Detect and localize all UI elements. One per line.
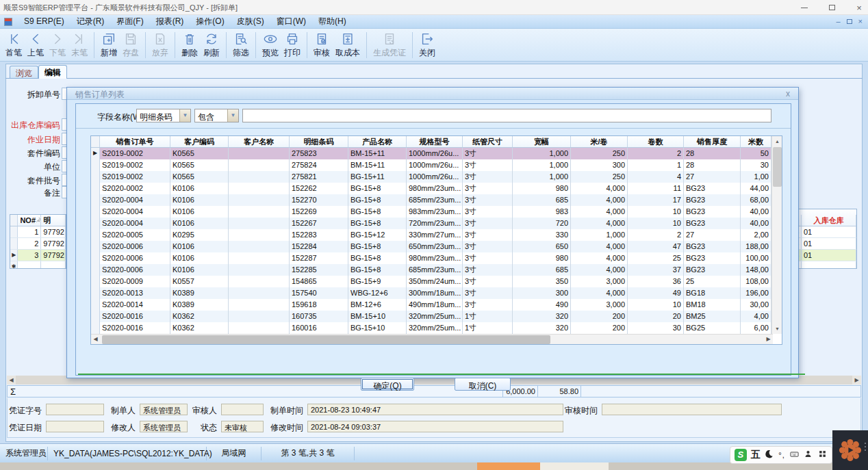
order-row[interactable]: S2020-0002K0106152262BG-15+8980mm/23um..… <box>91 183 782 194</box>
column-header[interactable]: 销售厚度 <box>684 136 741 147</box>
scroll-right-icon[interactable]: ▶ <box>852 376 861 384</box>
overlay-app-box[interactable] <box>832 430 868 470</box>
menu-item-help[interactable]: 帮助(H) <box>312 15 353 27</box>
moon-icon[interactable] <box>764 449 774 461</box>
scroll-left-icon[interactable]: ◀ <box>7 376 16 384</box>
wubi-icon[interactable]: 五 <box>751 449 761 461</box>
order-row[interactable]: S2020-0009K0557154865BG-15+9350mm/24um..… <box>91 276 782 287</box>
toolbar-button-preview[interactable]: 预览 <box>259 30 281 60</box>
scroll-down-icon[interactable]: ▼ <box>772 324 782 334</box>
detail-grid-left[interactable]: NO# 明 1 97792 2 97792▶ 3 97792✱ <box>10 214 66 269</box>
filter-value-input[interactable] <box>242 109 771 122</box>
order-row[interactable]: S2020-0006K0106152285BG-15+8685mm/23um..… <box>91 264 782 276</box>
sales-order-table[interactable]: 销售订单号客户编码客户名称明细条码产品名称规格型号纸管尺寸宽幅米/卷卷数销售厚度… <box>90 135 782 345</box>
toolbar-button-add[interactable]: 新增 <box>98 30 120 60</box>
punctuation-icon[interactable]: °, <box>778 451 784 459</box>
menu-item-s9erp[interactable]: S9 ERP(E) <box>18 15 71 27</box>
menu-item-window[interactable]: 窗口(W) <box>270 15 312 27</box>
detail-row[interactable]: ▶ 3 97792 <box>10 250 66 261</box>
order-row[interactable]: S2020-0005K0295152283BG-15+12330mm/27um.… <box>91 229 782 241</box>
tab-browse[interactable]: 浏览 <box>10 66 38 79</box>
order-row[interactable]: S2019-0002K0565275821BG-15+111000mm/26u.… <box>91 171 782 183</box>
detail-row[interactable]: ✱ <box>10 261 66 269</box>
order-row[interactable]: S2019-0002K0565275824BM-15+111000mm/26u.… <box>91 159 782 171</box>
footer-field-modifier[interactable]: 系统管理员 <box>140 421 188 432</box>
footer-field-status[interactable]: 未审核 <box>221 421 264 432</box>
close-button[interactable]: × <box>854 3 864 12</box>
filter-operator-select[interactable]: 包含 ▼ <box>194 109 239 122</box>
mdi-minimize-button[interactable]: – <box>836 17 840 25</box>
order-row[interactable]: S2020-0014K0389159618BM-12+6490mm/18um..… <box>91 299 782 311</box>
toolbar-button-filter[interactable]: 筛选 <box>230 30 252 60</box>
column-header[interactable]: 客户名称 <box>229 136 290 147</box>
order-row[interactable]: S2020-0004K0106152269BG-15+8983mm/23um..… <box>91 206 782 218</box>
menu-item-record[interactable]: 记录(R) <box>71 15 111 27</box>
footer-field-audit-time[interactable] <box>602 404 782 415</box>
menu-item-operate[interactable]: 操作(O) <box>190 15 230 27</box>
column-header[interactable]: 规格型号 <box>407 136 463 147</box>
footer-field-voucher-date[interactable] <box>46 421 104 432</box>
detail-row[interactable]: 2 97792 <box>10 238 66 250</box>
scroll-up-icon[interactable]: ▲ <box>772 136 782 146</box>
minimize-button[interactable] <box>800 3 809 12</box>
menu-item-skin[interactable]: 皮肤(S) <box>231 15 270 27</box>
footer-field-voucher-no[interactable] <box>46 404 104 415</box>
column-header[interactable]: 客户编码 <box>170 136 229 147</box>
toolbar-button-delete[interactable]: 删除 <box>179 30 201 60</box>
column-header[interactable]: 明细条码 <box>290 136 348 147</box>
order-row[interactable]: S2020-0004K0106152267BG-15+8720mm/23um..… <box>91 218 782 229</box>
detail-row[interactable]: 1 97792 <box>10 226 66 238</box>
footer-field-auditor[interactable] <box>221 404 264 415</box>
dialog-close-icon[interactable]: x <box>783 89 793 99</box>
order-row[interactable]: S2020-0006K0106152284BG-15+8650mm/23um..… <box>91 241 782 252</box>
footer-field-maker[interactable]: 系统管理员 <box>140 404 188 415</box>
toolbar-button-refresh[interactable]: 刷新 <box>201 30 222 60</box>
person-icon[interactable] <box>803 449 813 461</box>
col-detail[interactable]: 明 <box>41 215 66 226</box>
order-row[interactable]: S2020-0006K0106152287BG-15+8980mm/23um..… <box>91 252 782 264</box>
column-header[interactable]: 宽幅 <box>513 136 571 147</box>
overlay-menu-dots-icon[interactable] <box>865 443 866 451</box>
vertical-scroll-thumb[interactable] <box>773 147 782 187</box>
toolbar-button-first[interactable]: 首笔 <box>3 30 25 60</box>
order-row[interactable]: S2020-0016K0362160735BM-15+10320mm/25um.… <box>91 311 782 322</box>
tab-edit[interactable]: 编辑 <box>38 65 67 79</box>
toolbar-button-prev[interactable]: 上笔 <box>25 30 47 60</box>
chevron-down-icon[interactable]: ▼ <box>179 109 190 122</box>
maximize-button[interactable] <box>827 3 837 12</box>
column-header[interactable]: 销售订单号 <box>100 136 170 147</box>
table-vertical-scrollbar[interactable]: ▲ ▼ <box>771 136 782 334</box>
sogou-icon[interactable]: S <box>735 449 747 461</box>
toolbar-button-audit[interactable]: 审核 <box>311 30 333 60</box>
order-row[interactable]: S2020-0013K0389157540WBG-12+6300mm/18um.… <box>91 287 782 299</box>
toolbar-button-getcost[interactable]: 取成本 <box>333 30 363 60</box>
horizontal-scroll-thumb[interactable] <box>102 335 550 344</box>
footer-field-make-time[interactable]: 2021-08-23 10:49:47 <box>307 404 563 415</box>
order-row[interactable]: S2020-0016K0362160016BG-15+10320mm/25um.… <box>91 322 782 334</box>
grid-icon[interactable] <box>817 449 828 461</box>
chevron-down-icon[interactable]: ▼ <box>227 109 238 122</box>
keyboard-icon[interactable] <box>789 449 800 461</box>
col-no[interactable]: NO# <box>18 215 41 226</box>
menu-item-interface[interactable]: 界面(F) <box>110 15 149 27</box>
scroll-right-icon[interactable]: ▶ <box>764 335 773 343</box>
order-row[interactable]: ▶S2019-0002K0565275823BM-15+111000mm/26u… <box>91 148 782 159</box>
scroll-left-icon[interactable]: ◀ <box>91 335 100 343</box>
cancel-button[interactable]: 取消(C) <box>455 378 511 391</box>
col-in-warehouse[interactable]: 入库仓库 <box>802 215 856 226</box>
column-header[interactable]: 米数 <box>741 136 771 147</box>
ok-button[interactable]: 确定(Q) <box>361 378 414 391</box>
column-header[interactable]: 米/卷 <box>571 136 628 147</box>
column-header[interactable]: 卷数 <box>628 136 684 147</box>
menu-item-report[interactable]: 报表(R) <box>150 15 190 27</box>
footer-field-modify-time[interactable]: 2021-08-24 09:03:37 <box>307 421 563 432</box>
order-row[interactable]: S2020-0004K0106152270BG-15+8685mm/23um..… <box>91 194 782 206</box>
table-horizontal-scrollbar[interactable]: ◀ ▶ <box>91 334 773 344</box>
mdi-restore-button[interactable] <box>847 19 852 24</box>
toolbar-button-print[interactable]: 打印 <box>281 30 303 60</box>
toolbar-button-close[interactable]: 关闭 <box>416 30 438 60</box>
filter-field-select[interactable]: 明细条码 ▼ <box>136 109 191 122</box>
column-header[interactable]: 产品名称 <box>348 136 407 147</box>
mdi-close-button[interactable]: × <box>858 17 863 25</box>
column-header[interactable]: 纸管尺寸 <box>463 136 513 147</box>
